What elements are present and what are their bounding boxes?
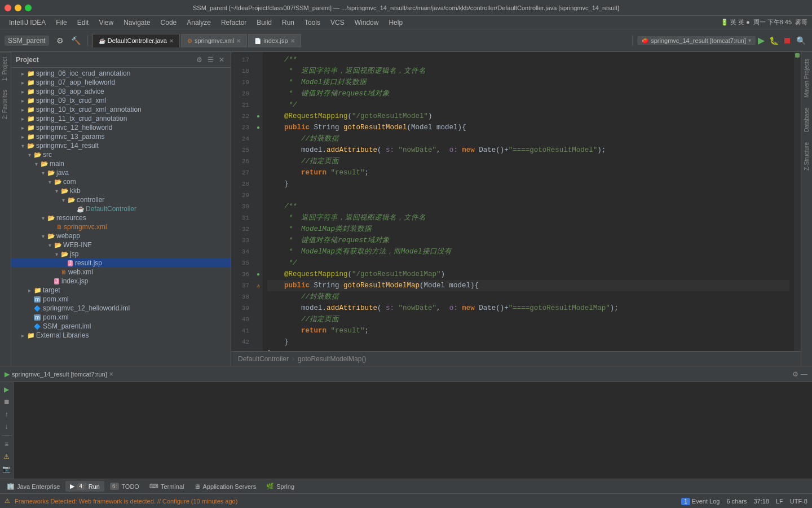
menu-analyze[interactable]: Analyze	[182, 17, 215, 28]
menu-navigate[interactable]: Navigate	[119, 17, 155, 28]
close-button[interactable]	[5, 5, 11, 11]
maven-projects-panel[interactable]: Maven Projects	[802, 54, 811, 102]
rerun-btn[interactable]: ▶	[2, 384, 12, 395]
run-panel-close[interactable]: ×	[109, 370, 113, 378]
menu-refactor[interactable]: Refactor	[217, 17, 251, 28]
tree-controller[interactable]: ▾ 📂 controller	[11, 195, 231, 204]
menu-edit[interactable]: Edit	[73, 17, 94, 28]
tree-springmvc-xml[interactable]: 🗎 springmvc.xml	[11, 222, 231, 231]
tab-spring[interactable]: 🌿 Spring	[262, 481, 299, 492]
tree-web-xml[interactable]: 🗎 web.xml	[11, 268, 231, 277]
tree-pom-xml2[interactable]: m pom.xml	[11, 313, 231, 322]
tree-spring08[interactable]: ▸ 📁 spring_08_aop_advice	[11, 87, 231, 96]
tree-springmvc13[interactable]: ▸ 📁 springmvc_13_params	[11, 132, 231, 141]
menu-run[interactable]: Run	[277, 17, 299, 28]
tab-index-jsp-close[interactable]: ✕	[290, 38, 295, 44]
favorites-panel-toggle[interactable]: 2: Favorites	[0, 85, 11, 124]
database-panel[interactable]: Database	[802, 103, 811, 137]
tab-application-servers[interactable]: 🖥 Application Servers	[189, 481, 261, 492]
tree-spring09[interactable]: ▸ 📁 spring_09_tx_crud_xml	[11, 96, 231, 105]
code-line-17: /**	[267, 54, 789, 65]
run-minimize-icon[interactable]: —	[801, 370, 807, 378]
menu-tools[interactable]: Tools	[300, 17, 325, 28]
tree-springmvc12-iml[interactable]: 🔷 springmvc_12_helloworld.iml	[11, 304, 231, 313]
tree-pom-xml[interactable]: m pom.xml	[11, 295, 231, 304]
menu-view[interactable]: View	[94, 17, 118, 28]
folder-icon: 📁	[27, 97, 35, 104]
tree-main[interactable]: ▾ 📂 main	[11, 159, 231, 168]
code-text[interactable]: /** * 返回字符串，返回视图逻辑名，文件名 * Model接口封装数据 * …	[263, 52, 794, 351]
tree-target[interactable]: ▸ 📁 target	[11, 286, 231, 295]
menu-file[interactable]: File	[51, 17, 71, 28]
z-structure-panel[interactable]: Z-Structure	[802, 138, 811, 175]
tree-webinf[interactable]: ▾ 📂 WEB-INF	[11, 240, 231, 249]
code-line-41: return "result";	[267, 325, 789, 336]
tab-run[interactable]: ▶ 4: Run	[65, 481, 104, 492]
tab-defaultcontroller-close[interactable]: ✕	[169, 38, 174, 44]
tab-springmvc-xml-close[interactable]: ✕	[236, 38, 241, 44]
run-button[interactable]: ▶	[758, 35, 765, 46]
menu-code[interactable]: Code	[156, 17, 182, 28]
tab-java-enterprise[interactable]: 🏢 Java Enterprise	[2, 481, 64, 492]
line-ending[interactable]: LF	[776, 498, 783, 505]
tree-spring06[interactable]: ▸ 📁 spring_06_ioc_crud_annotation	[11, 69, 231, 78]
tree-springmvc12[interactable]: ▸ 📁 springmvc_12_helloworld	[11, 123, 231, 132]
encoding[interactable]: UTF-8	[790, 498, 807, 505]
menu-build[interactable]: Build	[252, 17, 276, 28]
file-tree: ▸ 📁 spring_06_ioc_crud_annotation ▸ 📁 sp…	[11, 68, 231, 366]
breadcrumb-class[interactable]: DefaultController	[238, 355, 289, 363]
run-filter-btn[interactable]: ⚠	[2, 452, 12, 462]
src-folder-icon: 📂	[34, 151, 42, 159]
close-panel-icon[interactable]: ✕	[217, 55, 226, 64]
tree-external-libraries[interactable]: ▸ 📁 External Libraries	[11, 331, 231, 340]
settings-icon[interactable]: ☰	[206, 55, 215, 64]
menu-help[interactable]: Help	[384, 17, 407, 28]
gear-icon[interactable]: ⚙	[195, 55, 204, 64]
tab-springmvc-xml[interactable]: ⚙ springmvc.xml ✕	[181, 34, 247, 47]
tree-resources[interactable]: ▾ 📂 resources	[11, 213, 231, 222]
run-camera-btn[interactable]: 📷	[2, 464, 12, 474]
tree-ssm-parent-iml[interactable]: 🔷 SSM_parent.iml	[11, 322, 231, 331]
tree-index-jsp[interactable]: J index.jsp	[11, 277, 231, 286]
menu-window[interactable]: Window	[350, 17, 383, 28]
tree-defaultcontroller[interactable]: ☕ DefaultController	[11, 204, 231, 213]
editor-tab-bar: ☕ DefaultController.java ✕ ⚙ springmvc.x…	[92, 34, 628, 47]
tree-springmvc14[interactable]: ▾ 📂 springmvc_14_result	[11, 141, 231, 150]
search-everywhere-btn[interactable]: 🔍	[794, 34, 807, 47]
run-tab-num: 4:	[77, 483, 86, 490]
tree-kkb[interactable]: ▾ 📂 kkb	[11, 186, 231, 195]
tab-todo[interactable]: 6: TODO	[105, 481, 144, 492]
tab-defaultcontroller[interactable]: ☕ DefaultController.java ✕	[92, 34, 180, 47]
stop-button[interactable]: ⏹	[783, 36, 792, 46]
run-wrap-btn[interactable]: ≡	[2, 439, 12, 449]
breadcrumb-method[interactable]: gotoResultModelMap()	[298, 355, 366, 363]
run-config-selector[interactable]: 🍅 springmvc_14_result [tomcat7:run] ▾	[637, 36, 756, 45]
tree-src[interactable]: ▾ 📂 src	[11, 150, 231, 159]
tree-jsp-folder[interactable]: ▾ 📂 jsp	[11, 249, 231, 259]
debug-button[interactable]: 🐛	[767, 34, 780, 47]
char-count: 6 chars	[726, 498, 747, 505]
tree-result-jsp[interactable]: J result.jsp	[11, 259, 231, 268]
run-down-btn[interactable]: ↓	[2, 422, 12, 432]
tree-webapp[interactable]: ▾ 📂 webapp	[11, 231, 231, 240]
tree-java[interactable]: ▾ 📂 java	[11, 168, 231, 177]
menu-vcs[interactable]: VCS	[326, 17, 349, 28]
tree-spring11[interactable]: ▸ 📁 spring_11_tx_crud_annotation	[11, 114, 231, 123]
menu-intellij[interactable]: IntelliJ IDEA	[5, 17, 50, 28]
run-settings-icon[interactable]: ⚙	[792, 370, 798, 378]
tree-spring10[interactable]: ▸ 📁 spring_10_tx_crud_xml_annotation	[11, 105, 231, 114]
tree-com[interactable]: ▾ 📂 com	[11, 177, 231, 186]
webinf-folder-icon: 📂	[54, 242, 62, 249]
minimize-button[interactable]	[15, 5, 21, 11]
project-panel-toggle[interactable]: 1: Project	[0, 52, 11, 85]
toolbar-build-btn[interactable]: 🔨	[69, 34, 83, 47]
event-log-label[interactable]: 1 Event Log	[681, 498, 720, 505]
maximize-button[interactable]	[25, 5, 32, 11]
tab-index-jsp[interactable]: 📄 index.jsp ✕	[248, 34, 301, 47]
tab-terminal[interactable]: ⌨ Terminal	[145, 481, 189, 492]
traffic-lights[interactable]	[5, 5, 32, 11]
tree-spring07[interactable]: ▸ 📁 spring_07_aop_helloworld	[11, 78, 231, 87]
run-up-btn[interactable]: ↑	[2, 409, 12, 419]
toolbar-settings-btn[interactable]: ⚙	[54, 34, 67, 47]
run-stop-btn[interactable]: ⏹	[2, 397, 12, 407]
